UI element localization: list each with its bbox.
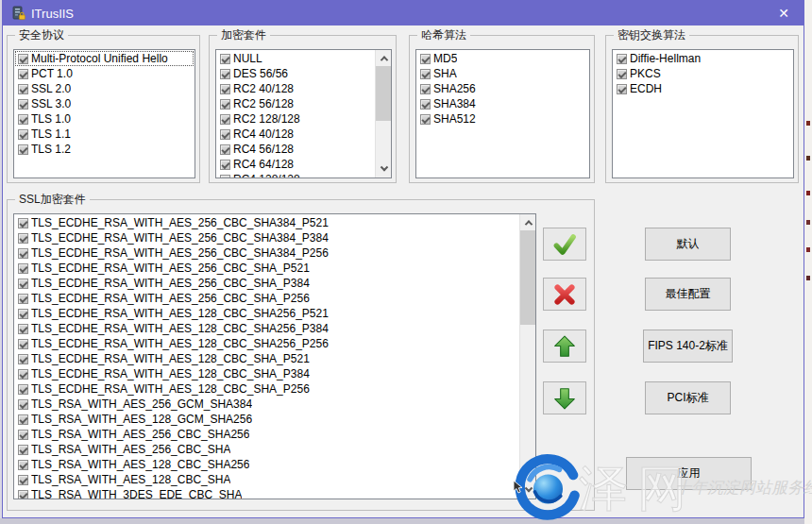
checkbox-checked-icon[interactable] — [18, 84, 28, 94]
checkbox-list-item[interactable]: DES 56/56 — [217, 66, 374, 81]
checkbox-list-item[interactable]: SSL 2.0 — [15, 81, 194, 96]
checkbox-checked-icon[interactable] — [220, 114, 230, 125]
checkbox-checked-icon[interactable] — [18, 399, 28, 410]
confirm-button[interactable] — [543, 228, 586, 261]
checkbox-checked-icon[interactable] — [18, 414, 28, 425]
checkbox-list-item[interactable]: TLS_RSA_WITH_AES_256_CBC_SHA — [15, 442, 518, 457]
checkbox-list-item[interactable]: TLS_RSA_WITH_AES_256_CBC_SHA256 — [15, 427, 518, 442]
checkbox-checked-icon[interactable] — [18, 54, 28, 64]
checkbox-checked-icon[interactable] — [617, 54, 627, 64]
checkbox-checked-icon[interactable] — [18, 233, 28, 244]
checkbox-list-item[interactable]: ECDH — [614, 81, 792, 96]
checkbox-list-item[interactable]: TLS 1.0 — [15, 111, 194, 127]
checkbox-checked-icon[interactable] — [18, 129, 28, 140]
checkbox-list-item[interactable]: SSL 3.0 — [15, 96, 194, 111]
checkbox-list-item[interactable]: TLS_ECDHE_RSA_WITH_AES_128_CBC_SHA256_P5… — [15, 306, 518, 321]
checkbox-checked-icon[interactable] — [617, 84, 627, 94]
checkbox-list-item[interactable]: TLS 1.1 — [15, 127, 194, 142]
checkbox-list-item[interactable]: TLS_RSA_WITH_3DES_EDE_CBC_SHA — [15, 487, 518, 499]
checkbox-checked-icon[interactable] — [18, 490, 28, 499]
scroll-up-button[interactable] — [520, 214, 536, 230]
checkbox-list-item[interactable]: TLS_ECDHE_RSA_WITH_AES_128_CBC_SHA_P384 — [15, 366, 518, 381]
checkbox-checked-icon[interactable] — [18, 369, 28, 380]
checkbox-list-item[interactable]: TLS_ECDHE_RSA_WITH_AES_256_CBC_SHA_P256 — [15, 291, 518, 306]
checkbox-list-item[interactable]: RC4 64/128 — [217, 157, 374, 172]
checkbox-checked-icon[interactable] — [220, 129, 230, 140]
checkbox-checked-icon[interactable] — [18, 460, 28, 470]
checkbox-checked-icon[interactable] — [18, 144, 28, 155]
checkbox-list-item[interactable]: SHA384 — [417, 96, 588, 111]
checkbox-list-item[interactable]: Multi-Protocol Unified Hello — [15, 51, 194, 66]
checkbox-checked-icon[interactable] — [18, 354, 28, 364]
scroll-down-button[interactable] — [376, 161, 392, 177]
checkbox-list-item[interactable]: MD5 — [417, 51, 588, 66]
protocols-listbox[interactable]: Multi-Protocol Unified HelloPCT 1.0SSL 2… — [13, 49, 195, 178]
checkbox-list-item[interactable]: TLS_ECDHE_RSA_WITH_AES_256_CBC_SHA384_P3… — [15, 230, 518, 245]
checkbox-list-item[interactable]: TLS_ECDHE_RSA_WITH_AES_256_CBC_SHA384_P5… — [15, 215, 518, 230]
remove-button[interactable] — [543, 278, 586, 311]
checkbox-list-item[interactable]: PKCS — [614, 66, 792, 81]
checkbox-checked-icon[interactable] — [18, 324, 28, 334]
ssl-suites-scrollbar[interactable] — [519, 214, 535, 499]
ciphers-listbox[interactable]: NULLDES 56/56RC2 40/128RC2 56/128RC2 128… — [215, 49, 392, 178]
checkbox-checked-icon[interactable] — [18, 294, 28, 304]
scroll-thumb[interactable] — [376, 66, 392, 121]
checkbox-checked-icon[interactable] — [220, 175, 230, 178]
checkbox-checked-icon[interactable] — [220, 54, 230, 64]
checkbox-checked-icon[interactable] — [420, 114, 431, 125]
checkbox-checked-icon[interactable] — [220, 160, 230, 170]
apply-button[interactable]: 应用 — [626, 457, 752, 490]
hashes-listbox[interactable]: MD5SHASHA256SHA384SHA512 — [415, 49, 590, 178]
checkbox-checked-icon[interactable] — [18, 248, 28, 259]
checkbox-list-item[interactable]: TLS 1.2 — [15, 142, 194, 157]
checkbox-checked-icon[interactable] — [420, 99, 431, 110]
checkbox-checked-icon[interactable] — [18, 263, 28, 274]
checkbox-list-item[interactable]: RC4 128/128 — [217, 172, 374, 177]
checkbox-list-item[interactable]: TLS_ECDHE_RSA_WITH_AES_256_CBC_SHA_P384 — [15, 276, 518, 291]
checkbox-checked-icon[interactable] — [220, 144, 230, 155]
checkbox-list-item[interactable]: PCT 1.0 — [15, 66, 194, 81]
checkbox-checked-icon[interactable] — [18, 279, 28, 289]
checkbox-checked-icon[interactable] — [18, 384, 28, 395]
checkbox-list-item[interactable]: TLS_RSA_WITH_AES_128_CBC_SHA256 — [15, 457, 518, 472]
checkbox-list-item[interactable]: NULL — [217, 51, 374, 66]
checkbox-list-item[interactable]: SHA512 — [417, 111, 588, 127]
checkbox-checked-icon[interactable] — [18, 309, 28, 319]
best-config-button[interactable]: 最佳配置 — [645, 278, 731, 311]
checkbox-checked-icon[interactable] — [420, 54, 431, 64]
checkbox-list-item[interactable]: RC2 56/128 — [217, 96, 374, 111]
checkbox-list-item[interactable]: RC2 128/128 — [217, 111, 374, 127]
checkbox-list-item[interactable]: SHA — [417, 66, 588, 81]
checkbox-checked-icon[interactable] — [420, 69, 431, 79]
scroll-thumb[interactable] — [520, 230, 536, 325]
ciphers-scrollbar[interactable] — [375, 50, 391, 177]
pci-standard-button[interactable]: PCI标准 — [645, 381, 731, 414]
checkbox-list-item[interactable]: TLS_RSA_WITH_AES_256_GCM_SHA384 — [15, 397, 518, 412]
checkbox-list-item[interactable]: Diffie-Hellman — [614, 51, 792, 66]
checkbox-checked-icon[interactable] — [420, 84, 431, 94]
checkbox-list-item[interactable]: RC2 40/128 — [217, 81, 374, 96]
default-button[interactable]: 默认 — [645, 228, 731, 261]
checkbox-list-item[interactable]: TLS_ECDHE_RSA_WITH_AES_256_CBC_SHA_P521 — [15, 261, 518, 276]
checkbox-list-item[interactable]: TLS_ECDHE_RSA_WITH_AES_128_CBC_SHA_P256 — [15, 381, 518, 397]
title-bar[interactable]: ITrusIIS ✕ — [3, 1, 804, 25]
checkbox-checked-icon[interactable] — [220, 99, 230, 110]
checkbox-checked-icon[interactable] — [18, 218, 28, 228]
checkbox-checked-icon[interactable] — [220, 84, 230, 94]
key-exchange-listbox[interactable]: Diffie-HellmanPKCSECDH — [612, 49, 794, 178]
checkbox-checked-icon[interactable] — [18, 99, 28, 110]
checkbox-list-item[interactable]: TLS_ECDHE_RSA_WITH_AES_128_CBC_SHA_P521 — [15, 351, 518, 366]
checkbox-list-item[interactable]: TLS_RSA_WITH_AES_128_CBC_SHA — [15, 472, 518, 487]
checkbox-checked-icon[interactable] — [18, 475, 28, 485]
move-down-button[interactable] — [543, 381, 586, 414]
checkbox-list-item[interactable]: TLS_ECDHE_RSA_WITH_AES_128_CBC_SHA256_P2… — [15, 336, 518, 351]
checkbox-list-item[interactable]: RC4 56/128 — [217, 142, 374, 157]
checkbox-checked-icon[interactable] — [18, 445, 28, 455]
checkbox-checked-icon[interactable] — [18, 69, 28, 79]
checkbox-checked-icon[interactable] — [18, 114, 28, 125]
checkbox-list-item[interactable]: TLS_RSA_WITH_AES_128_GCM_SHA256 — [15, 412, 518, 427]
checkbox-checked-icon[interactable] — [18, 339, 28, 349]
scroll-up-button[interactable] — [376, 50, 392, 66]
move-up-button[interactable] — [543, 330, 586, 363]
ssl-suites-listbox[interactable]: TLS_ECDHE_RSA_WITH_AES_256_CBC_SHA384_P5… — [13, 213, 536, 499]
